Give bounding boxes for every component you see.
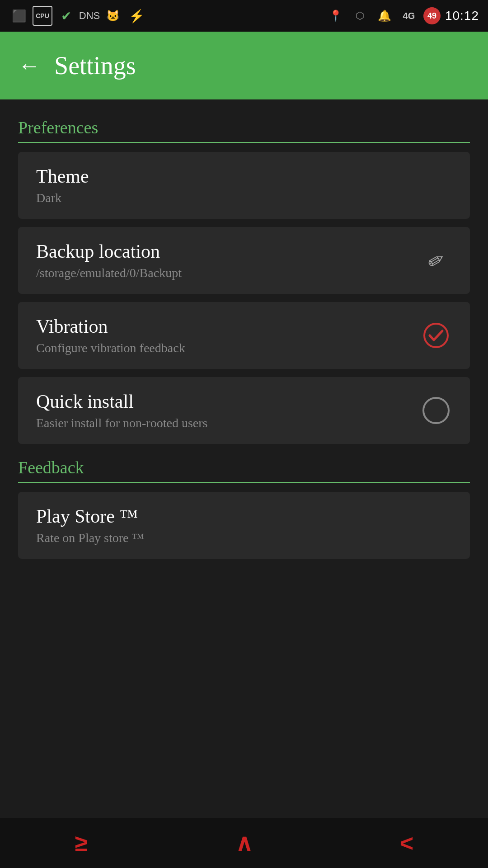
play-store-setting-title: Play Store ™ bbox=[36, 505, 452, 527]
theme-setting-content: Theme Dark bbox=[36, 165, 452, 205]
feedback-section-header: Feedback bbox=[18, 458, 470, 483]
quick-install-setting-content: Quick install Easier install for non-roo… bbox=[36, 391, 420, 430]
backup-location-edit-icon[interactable]: ✏ bbox=[420, 245, 452, 276]
theme-setting-title: Theme bbox=[36, 165, 452, 187]
theme-setting-item[interactable]: Theme Dark bbox=[18, 152, 470, 219]
vibration-setting-title: Vibration bbox=[36, 316, 420, 337]
quick-install-toggle-icon[interactable] bbox=[420, 395, 452, 426]
backup-location-setting-item[interactable]: Backup location /storage/emulated/0/Back… bbox=[18, 227, 470, 294]
main-content: Preferences Theme Dark Backup location /… bbox=[0, 99, 488, 818]
theme-setting-subtitle: Dark bbox=[36, 191, 452, 205]
status-bar: ⬛ CPU ✔ DNS 🐱 ⚡ 📍 ⬡ 🔔 4G 49 10:12 bbox=[0, 0, 488, 32]
vibration-toggle-icon[interactable] bbox=[420, 320, 452, 351]
status-bar-right-icons: 📍 ⬡ 🔔 4G 49 10:12 bbox=[326, 6, 479, 26]
back-button[interactable]: ← bbox=[18, 54, 41, 77]
shield-icon: ✔ bbox=[56, 6, 76, 26]
nav-home-icon: ∧ bbox=[235, 830, 253, 857]
feedback-section-title: Feedback bbox=[18, 458, 470, 483]
nav-back-icon: < bbox=[400, 830, 413, 857]
vibration-setting-item[interactable]: Vibration Configure vibration feedback bbox=[18, 302, 470, 369]
dns-icon: DNS bbox=[80, 6, 99, 26]
backup-location-setting-content: Backup location /storage/emulated/0/Back… bbox=[36, 241, 420, 280]
ghost-icon: 🐱 bbox=[103, 6, 123, 26]
toggle-off-circle bbox=[422, 397, 450, 424]
play-store-setting-subtitle: Rate on Play store ™ bbox=[36, 531, 452, 545]
vibration-setting-content: Vibration Configure vibration feedback bbox=[36, 316, 420, 355]
check-circle-icon bbox=[422, 322, 450, 349]
network-4g-icon: 4G bbox=[399, 6, 419, 26]
quick-install-setting-title: Quick install bbox=[36, 391, 420, 412]
app-bar: ← Settings bbox=[0, 32, 488, 99]
preferences-section-title: Preferences bbox=[18, 118, 470, 143]
quick-install-setting-subtitle: Easier install for non-rooted users bbox=[36, 416, 420, 430]
pencil-icon: ✏ bbox=[423, 246, 449, 275]
cpu-icon: CPU bbox=[33, 6, 52, 26]
nav-back-button[interactable]: < bbox=[384, 825, 429, 861]
preferences-section-header: Preferences bbox=[18, 118, 470, 143]
nav-home-button[interactable]: ∧ bbox=[221, 825, 267, 861]
location-icon: 📍 bbox=[326, 6, 346, 26]
layers-icon: ⬡ bbox=[350, 6, 370, 26]
bolt-icon: ⚡ bbox=[127, 6, 146, 26]
bottom-nav: ≥ ∧ < bbox=[0, 818, 488, 868]
alarm-icon: 🔔 bbox=[375, 6, 394, 26]
status-time: 10:12 bbox=[445, 9, 479, 23]
screen-icon: ⬛ bbox=[9, 6, 29, 26]
status-bar-left-icons: ⬛ CPU ✔ DNS 🐱 ⚡ bbox=[9, 6, 146, 26]
nav-menu-button[interactable]: ≥ bbox=[59, 825, 104, 861]
backup-location-setting-title: Backup location bbox=[36, 241, 420, 262]
vibration-setting-subtitle: Configure vibration feedback bbox=[36, 341, 420, 355]
svg-point-0 bbox=[424, 324, 448, 347]
nav-menu-icon: ≥ bbox=[75, 830, 88, 857]
quick-install-setting-item[interactable]: Quick install Easier install for non-roo… bbox=[18, 377, 470, 444]
notification-badge: 49 bbox=[423, 7, 441, 24]
page-title: Settings bbox=[54, 51, 136, 80]
backup-location-setting-subtitle: /storage/emulated/0/Backupt bbox=[36, 266, 420, 280]
play-store-setting-item[interactable]: Play Store ™ Rate on Play store ™ bbox=[18, 492, 470, 559]
play-store-setting-content: Play Store ™ Rate on Play store ™ bbox=[36, 505, 452, 545]
